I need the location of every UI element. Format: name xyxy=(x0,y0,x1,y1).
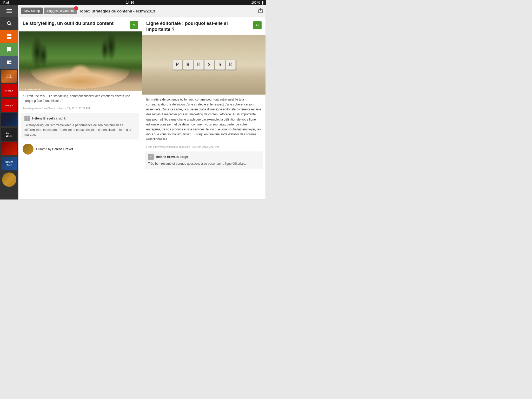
thumb-dark[interactable] xyxy=(1,113,17,126)
curator-1-text: Curated by Hélène Brevet xyxy=(36,147,73,151)
thumb-leweb[interactable]: LEWEB xyxy=(1,128,17,141)
grid-icon xyxy=(6,34,12,39)
article-1-image: © Annie Leibovitz/AP/SIPA xyxy=(19,31,142,91)
thumb-wordcloud-label: newpeople xyxy=(6,74,12,78)
status-bar: iPad 14:30 100 % ▐ xyxy=(0,0,266,5)
menu-button[interactable] xyxy=(0,5,18,17)
new-scoop-button[interactable]: New Scoop xyxy=(21,8,43,14)
thumb-scmw[interactable]: SCMW2013 xyxy=(1,157,17,170)
thumb-wordcloud[interactable]: newpeople xyxy=(1,70,17,83)
presse-letter-r: R xyxy=(183,60,193,70)
status-time: 14:30 xyxy=(126,1,134,4)
user-avatar xyxy=(2,172,16,187)
suggested-content-button[interactable]: Suggested Content 1 xyxy=(44,8,77,14)
article-2-insight: " Hélène Brevet's insight: Très bon résu… xyxy=(145,151,263,169)
insight-2-header: " Hélène Brevet's insight: xyxy=(148,154,260,160)
battery-icon: ▐ xyxy=(261,1,263,4)
svg-rect-5 xyxy=(9,37,11,39)
presse-letter-e2: E xyxy=(226,60,236,70)
search-button[interactable] xyxy=(0,17,18,30)
svg-rect-4 xyxy=(7,37,9,39)
app-header: New Scoop Suggested Content 1 Topic: Str… xyxy=(18,5,266,17)
share-icon xyxy=(258,8,263,13)
bookmark-icon xyxy=(7,46,11,52)
notification-badge: 1 xyxy=(74,6,78,10)
article-2-header: Ligne éditoriale : pourquoi est-elle si … xyxy=(142,17,265,35)
curator-1-avatar xyxy=(23,144,34,155)
bookmark-button[interactable] xyxy=(0,43,18,56)
svg-rect-7 xyxy=(9,61,11,62)
article-1-retweet-button[interactable]: ↻ xyxy=(130,21,138,29)
article-2-source: From http://www.dynamique-mag.com - July… xyxy=(142,144,265,150)
status-device: iPad xyxy=(3,1,9,4)
insight-1-header: " Hélène Brevet's insight: xyxy=(24,116,136,121)
insight-2-author: Hélène Brevet's insight: xyxy=(156,155,190,159)
article-2-retweet-button[interactable]: ↻ xyxy=(253,21,262,29)
insight-1-text: Le storytelling, ou l'art d'améliorer la… xyxy=(24,123,136,137)
article-1-title: Le storytelling, un outil du brand conte… xyxy=(23,21,128,26)
layout-button[interactable] xyxy=(0,56,18,69)
thumb-scoop1-label: Scoop.it xyxy=(5,90,13,92)
avatar-container[interactable] xyxy=(2,172,16,188)
battery-percentage: 100 % xyxy=(251,1,260,4)
thumb-redmag[interactable] xyxy=(1,142,17,155)
thumb-scoop2-label: Scoop.it xyxy=(5,104,13,107)
insight-2-text: Très bon résumé et bonnes questions à se… xyxy=(148,161,260,166)
layout-icon xyxy=(6,60,12,65)
grid-button[interactable] xyxy=(0,30,18,43)
articles-grid: Le storytelling, un outil du brand conte… xyxy=(18,17,266,200)
topic-title: Topic: Stratégies de contenu - scmw2013 xyxy=(79,9,258,13)
svg-rect-6 xyxy=(7,61,9,64)
article-2-image: P R E S S E xyxy=(142,35,265,95)
article-1-curator: Curated by Hélène Brevet xyxy=(19,141,142,157)
quote-icon-1: " xyxy=(24,116,30,121)
thumb-scoop1[interactable]: Scoop.it xyxy=(1,84,17,97)
article-1-source: From http://www.1min30.com - August 21, … xyxy=(19,106,142,111)
thumb-leweb-label: LEWEB xyxy=(6,131,12,137)
content-area: New Scoop Suggested Content 1 Topic: Str… xyxy=(18,5,266,200)
search-icon xyxy=(6,21,12,26)
retweet-icon: ↻ xyxy=(132,23,135,27)
insight-1-author: Hélène Brevet's insight: xyxy=(32,117,66,120)
status-battery: 100 % ▐ xyxy=(251,1,263,4)
svg-rect-3 xyxy=(9,34,11,36)
presse-letter-s1: S xyxy=(204,60,214,70)
article-1-quote: " Il était une fois.... Le storytelling,… xyxy=(19,91,142,106)
svg-line-1 xyxy=(10,24,11,26)
presse-letter-p: P xyxy=(172,60,182,70)
svg-rect-2 xyxy=(7,34,9,36)
article-1-insight: " Hélène Brevet's insight: Le storytelli… xyxy=(21,113,139,139)
hamburger-icon xyxy=(6,9,12,13)
article-2-body: En matière de contenus éditoriaux, comme… xyxy=(142,95,265,145)
article-2-title: Ligne éditoriale : pourquoi est-elle si … xyxy=(146,21,251,33)
presse-letter-s2: S xyxy=(215,60,225,70)
sidebar: newpeople Scoop.it Scoop.it LEWEB SCMW xyxy=(0,5,18,200)
thumb-scoop2[interactable]: Scoop.it xyxy=(1,99,17,112)
presse-letter-e1: E xyxy=(194,60,204,70)
article-1: Le storytelling, un outil du brand conte… xyxy=(19,17,142,199)
retweet-icon-2: ↻ xyxy=(256,23,259,27)
image-credit: © Annie Leibovitz/AP/SIPA xyxy=(20,89,42,90)
article-1-header: Le storytelling, un outil du brand conte… xyxy=(19,17,142,31)
share-button[interactable] xyxy=(258,8,263,15)
article-2: Ligne éditoriale : pourquoi est-elle si … xyxy=(142,17,265,199)
app-body: newpeople Scoop.it Scoop.it LEWEB SCMW xyxy=(0,5,266,200)
quote-icon-2: " xyxy=(148,154,154,160)
thumb-scmw-label: SCMW2013 xyxy=(5,161,13,166)
svg-rect-8 xyxy=(9,63,11,64)
